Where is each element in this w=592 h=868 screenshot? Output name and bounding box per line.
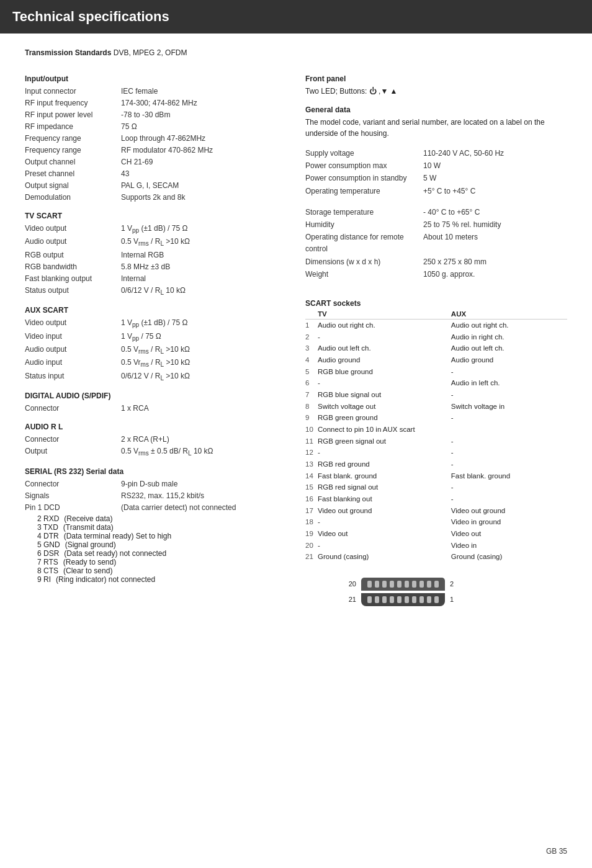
table-row: 16Fast blanking out- <box>305 493 567 505</box>
spec-label: Weight <box>305 269 423 280</box>
tv-scart-title: TV SCART <box>25 212 287 220</box>
spec-row: Connector 9-pin D-sub male <box>25 478 287 490</box>
table-row: 18-Video in ground <box>305 516 567 528</box>
input-output-rows: Input connector IEC female RF input freq… <box>25 86 287 203</box>
tv-val: RGB green signal out <box>318 436 451 447</box>
spec-row: Power consumption in standby 5 W <box>305 172 567 184</box>
page: Technical specifications Transmission St… <box>0 0 592 868</box>
spec-row: Status output 0/6/12 V / RL 10 kΩ <box>25 285 287 297</box>
tv-val: - <box>318 516 451 528</box>
pin-desc: (Data terminal ready) Set to high <box>64 532 287 540</box>
spec-value: 2 x RCA (R+L) <box>121 434 287 445</box>
scart-diagram: 20 2 <box>305 578 567 606</box>
spec-value: IEC female <box>121 86 287 97</box>
main-content: Input/output Input connector IEC female … <box>25 66 567 606</box>
input-output-title: Input/output <box>25 74 287 83</box>
spec-value: 1 x RCA <box>121 403 287 414</box>
spec-row: Storage temperature - 40° C to +65° C <box>305 207 567 218</box>
tv-val: - <box>318 331 451 343</box>
pin-number: 7 RTS <box>37 558 63 566</box>
spec-label: Video output <box>25 317 121 329</box>
pin <box>427 596 431 603</box>
spec-value: 1 Vpp / 75 Ω <box>121 331 287 343</box>
spec-row: Fast blanking output Internal <box>25 273 287 284</box>
diagram-right-20: 2 <box>450 580 454 588</box>
pin-desc: (Ring indicator) not connected <box>56 575 287 584</box>
pin <box>412 596 416 603</box>
pin <box>419 596 424 603</box>
pin-num: 13 <box>305 459 318 470</box>
spec-label: Operating temperature <box>305 186 423 197</box>
scart-pin-col <box>305 310 318 320</box>
tv-val: Fast blanking out <box>318 493 451 505</box>
tv-val: - <box>318 447 451 459</box>
spec-label: Output <box>25 445 121 458</box>
pin-num: 9 <box>305 412 318 424</box>
spec-value: 0.5 Vrms ± 0.5 dB/ RL 10 kΩ <box>121 445 287 458</box>
pin-num: 17 <box>305 505 318 517</box>
tv-val: Video out <box>318 528 451 540</box>
spec-label: Audio output <box>25 344 121 356</box>
spec-label: Frequency range <box>25 145 121 156</box>
aux-val: - <box>451 436 567 447</box>
general-data-rows-2: Storage temperature - 40° C to +65° C Hu… <box>305 207 567 280</box>
pin-number: 2 RXD <box>37 514 64 523</box>
pin-num: 14 <box>305 470 318 482</box>
spec-label: Fast blanking output <box>25 273 121 284</box>
list-item: 4 DTR (Data terminal ready) Set to high <box>37 532 287 540</box>
front-panel-section: Front panel Two LED; Buttons: ⏻ ,▼ ▲ <box>305 74 567 97</box>
spec-row: Input connector IEC female <box>25 86 287 97</box>
tv-val: Ground (casing) <box>318 551 451 563</box>
pin-num: 19 <box>305 528 318 540</box>
table-row: 19Video outVideo out <box>305 528 567 540</box>
pin-num: 1 <box>305 319 318 331</box>
spec-label: RGB bandwidth <box>25 261 121 272</box>
aux-scart-title: AUX SCART <box>25 306 287 315</box>
spec-label: Supply voltage <box>305 148 423 159</box>
pin <box>419 581 424 588</box>
spec-row: Pin 1 DCD (Data carrier detect) not conn… <box>25 502 287 513</box>
tv-val: Audio out left ch. <box>318 342 451 354</box>
aux-val: Switch voltage in <box>451 401 567 413</box>
input-output-section: Input/output Input connector IEC female … <box>25 74 287 203</box>
pin-num: 15 <box>305 481 318 493</box>
transmission-standards: Transmission Standards DVB, MPEG 2, OFDM <box>25 48 567 57</box>
list-item: 3 TXD (Transmit data) <box>37 523 287 532</box>
tv-val: - <box>318 540 451 552</box>
scart-tv-col: TV <box>318 310 451 320</box>
spec-value: RS232, max. 115,2 kbit/s <box>121 490 287 501</box>
spec-label: Signals <box>25 490 121 501</box>
spec-row: RGB output Internal RGB <box>25 249 287 261</box>
aux-val: Fast blank. ground <box>451 470 567 482</box>
spec-value: 5.8 MHz ±3 dB <box>121 261 287 272</box>
tv-val: Switch voltage out <box>318 401 451 413</box>
table-row: 7RGB blue signal out- <box>305 389 567 401</box>
spec-row: Preset channel 43 <box>25 168 287 179</box>
spec-label: Audio output <box>25 236 121 248</box>
aux-val: - <box>451 366 567 378</box>
serial-section: SERIAL (RS 232) Serial data Connector 9-… <box>25 467 287 584</box>
aux-val: Video in <box>451 540 567 552</box>
pin <box>434 596 439 603</box>
pin-number: 6 DSR <box>37 549 64 558</box>
list-item: 8 CTS (Clear to send) <box>37 566 287 575</box>
tv-val: Audio ground <box>318 354 451 366</box>
table-row: 13RGB red ground- <box>305 459 567 470</box>
table-row: 5RGB blue ground- <box>305 366 567 378</box>
list-item: 7 RTS (Ready to send) <box>37 558 287 566</box>
digital-audio-title: DIGITAL AUDIO (S/PDIF) <box>25 391 287 400</box>
scart-table: TV AUX 1Audio out right ch.Audio out rig… <box>305 310 567 563</box>
aux-val: - <box>451 493 567 505</box>
spec-row: Operating distance for remote control Ab… <box>305 231 567 255</box>
pin-desc: (Clear to send) <box>63 566 287 575</box>
right-column: Front panel Two LED; Buttons: ⏻ ,▼ ▲ Gen… <box>305 66 567 606</box>
list-item: 5 GND (Signal ground) <box>37 540 287 549</box>
pin <box>397 596 401 603</box>
front-panel-value: Two LED; Buttons: ⏻ ,▼ ▲ <box>305 86 567 97</box>
serial-title: SERIAL (RS 232) Serial data <box>25 467 287 476</box>
spec-value: RF modulator 470-862 MHz <box>121 145 287 156</box>
pin-num: 6 <box>305 377 318 389</box>
diagram-label-21: 21 <box>343 596 356 603</box>
spec-label: Video input <box>25 331 121 343</box>
spec-value: 0.5 Vrms / RL >10 kΩ <box>121 236 287 248</box>
